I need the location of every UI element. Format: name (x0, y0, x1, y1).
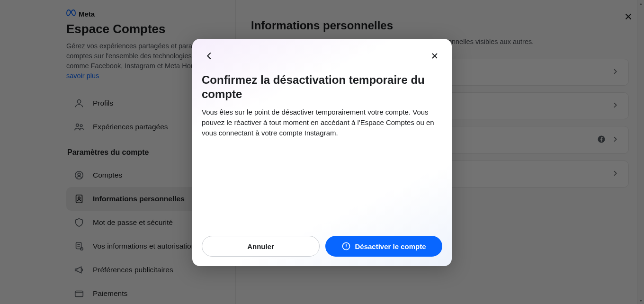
modal-body-text: Vous êtes sur le point de désactiver tem… (202, 107, 442, 138)
modal-header (202, 48, 442, 63)
svg-point-12 (346, 248, 347, 249)
modal-close-button[interactable] (427, 48, 442, 63)
deactivate-button-label: Désactiver le compte (355, 242, 426, 250)
chevron-left-icon (204, 51, 215, 61)
confirm-deactivation-modal: Confirmez la désactivation temporaire du… (192, 39, 452, 266)
close-icon (430, 51, 439, 61)
deactivate-account-button[interactable]: Désactiver le compte (325, 236, 442, 257)
modal-back-button[interactable] (202, 48, 217, 63)
cancel-button-label: Annuler (247, 242, 274, 250)
modal-overlay: Confirmez la désactivation temporaire du… (0, 0, 644, 304)
modal-actions: Annuler Désactiver le compte (202, 226, 442, 257)
modal-title: Confirmez la désactivation temporaire du… (202, 73, 442, 101)
alert-circle-icon (341, 241, 351, 251)
cancel-button[interactable]: Annuler (202, 236, 320, 257)
